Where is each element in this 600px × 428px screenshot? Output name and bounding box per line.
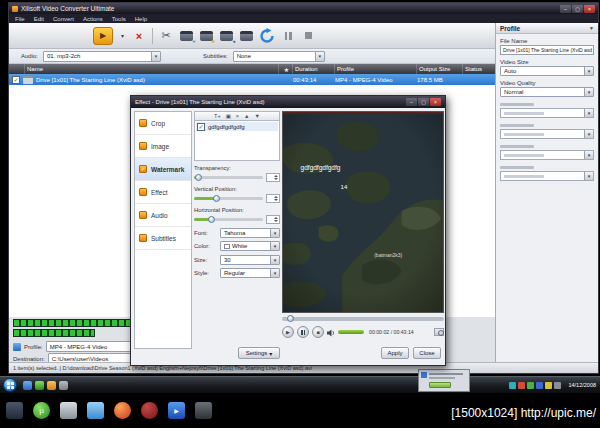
chevron-down-icon[interactable]: ▾	[270, 242, 279, 250]
convert-button-icon[interactable]: ▶	[93, 27, 113, 45]
desktop-shortcut-icon[interactable]	[60, 402, 77, 419]
collapse-arrow-icon[interactable]: ▼	[589, 25, 594, 31]
tab-crop[interactable]: Crop	[135, 112, 191, 135]
pause-icon[interactable]	[297, 326, 309, 338]
column-checkbox[interactable]	[9, 64, 25, 74]
profile-panel-header[interactable]: Profile ▼	[496, 23, 598, 34]
effect-dialog-titlebar[interactable]: Effect - Drive [1x01] The Starting Line …	[131, 96, 445, 108]
convert-dropdown-icon[interactable]: ▾	[119, 27, 126, 45]
chevron-down-icon[interactable]: ▾	[270, 269, 279, 277]
watermark-list-item[interactable]: ✓ gdfgdfgdfgdfg	[196, 122, 278, 131]
horizontal-position-spinner[interactable]	[266, 215, 280, 224]
menu-actions[interactable]: Actions	[83, 16, 103, 22]
play-icon[interactable]: ▶	[282, 326, 294, 338]
add-text-watermark-icon[interactable]: T+	[214, 113, 221, 119]
tab-audio[interactable]: Audio	[135, 204, 191, 227]
quick-launch-icon[interactable]	[35, 381, 44, 390]
speaker-icon[interactable]	[327, 323, 335, 341]
row-checkbox-icon[interactable]: ✓	[12, 76, 20, 84]
move-up-icon[interactable]: ▲	[244, 113, 249, 119]
apply-button[interactable]: Apply	[381, 347, 409, 359]
chevron-down-icon[interactable]: ▾	[584, 130, 593, 138]
setting-select[interactable]: ▾	[500, 129, 594, 139]
tray-icon[interactable]	[509, 382, 516, 389]
file-row-selected[interactable]: ✓ Drive [1x01] The Starting Line (XviD a…	[9, 74, 495, 85]
color-select[interactable]: White ▾	[220, 241, 280, 251]
tab-subtitles[interactable]: Subtitles	[135, 227, 191, 250]
taskbar-clock[interactable]: 14/12/2008	[568, 382, 596, 389]
dialog-close-button[interactable]: Close	[413, 347, 441, 359]
volume-slider[interactable]	[338, 330, 364, 334]
utorrent-icon[interactable]: µ	[33, 402, 50, 419]
quick-launch-icon[interactable]	[23, 381, 32, 390]
chevron-down-icon[interactable]: ▾	[584, 67, 593, 75]
desktop-shortcut-icon[interactable]	[195, 402, 212, 419]
main-titlebar[interactable]: Xilisoft Video Converter Ultimate – ▢ ×	[9, 3, 598, 14]
media-player-icon[interactable]: ▶	[168, 402, 185, 419]
effects-icon[interactable]: ★	[199, 27, 213, 45]
audio-select[interactable]: 01. mp3-2ch ▾	[43, 51, 161, 62]
style-select[interactable]: Regular ▾	[220, 268, 280, 278]
chevron-down-icon[interactable]: ▾	[584, 109, 593, 117]
refresh-icon[interactable]	[259, 27, 275, 45]
pause-icon[interactable]	[281, 27, 295, 45]
tab-image[interactable]: Image	[135, 135, 191, 158]
menu-help[interactable]: Help	[135, 16, 147, 22]
media-app-icon[interactable]	[141, 402, 158, 419]
column-profile[interactable]: Profile	[335, 64, 417, 74]
snapshot-icon[interactable]	[434, 328, 444, 336]
chevron-down-icon[interactable]: ▾	[151, 52, 160, 61]
add-image-watermark-icon[interactable]: ▣	[226, 113, 231, 119]
tray-icon[interactable]	[527, 382, 534, 389]
column-name[interactable]: Name	[25, 64, 279, 74]
chevron-down-icon[interactable]: ▾	[270, 229, 279, 237]
menu-tools[interactable]: Tools	[112, 16, 126, 22]
chevron-down-icon[interactable]: ▾	[584, 151, 593, 159]
merge-icon[interactable]	[239, 27, 253, 45]
menu-file[interactable]: File	[15, 16, 25, 22]
setting-select[interactable]: ▾	[500, 150, 594, 160]
desktop-shortcut-icon[interactable]	[87, 402, 104, 419]
video-quality-select[interactable]: Normal ▾	[500, 87, 594, 97]
chevron-down-icon[interactable]: ▾	[270, 256, 279, 264]
tab-watermark[interactable]: ✓ Watermark	[135, 158, 191, 181]
vertical-position-slider[interactable]	[194, 197, 263, 200]
maximize-icon[interactable]: ▢	[418, 98, 429, 106]
menu-convert[interactable]: Convert	[53, 16, 74, 22]
cut-icon[interactable]: ✂	[159, 27, 173, 45]
popup-action-button[interactable]	[429, 382, 451, 388]
column-duration[interactable]: Duration	[293, 64, 335, 74]
seek-slider[interactable]	[282, 317, 444, 321]
quick-launch-icon[interactable]	[47, 381, 56, 390]
maximize-icon[interactable]: ▢	[572, 5, 583, 13]
quick-launch-icon[interactable]	[59, 381, 68, 390]
tab-effect[interactable]: Effect	[135, 181, 191, 204]
setting-select[interactable]: ▾	[500, 108, 594, 118]
tray-icon[interactable]	[518, 382, 525, 389]
setting-select[interactable]: ▾	[500, 171, 594, 181]
column-output-size[interactable]: Output Size	[417, 64, 463, 74]
vertical-position-spinner[interactable]	[266, 194, 280, 203]
delete-icon[interactable]: ×	[132, 27, 146, 45]
move-down-icon[interactable]: ▼	[255, 113, 260, 119]
close-icon[interactable]: ×	[430, 98, 441, 106]
minimize-icon[interactable]: –	[406, 98, 417, 106]
browser-icon[interactable]	[114, 402, 131, 419]
tray-icon[interactable]	[554, 382, 561, 389]
menu-edit[interactable]: Edit	[34, 16, 44, 22]
star-icon[interactable]: ★	[279, 64, 293, 74]
start-button[interactable]	[3, 378, 17, 392]
font-select[interactable]: Tahoma ▾	[220, 228, 280, 238]
remove-watermark-icon[interactable]: ×	[236, 113, 239, 119]
subtitles-select[interactable]: None ▾	[233, 51, 325, 62]
size-select[interactable]: 30 ▾	[220, 255, 280, 265]
watermark-enable-checkbox-icon[interactable]: ✓	[139, 165, 147, 173]
watermark-list[interactable]: ✓ gdfgdfgdfgdfg	[194, 121, 280, 161]
notification-popup[interactable]	[418, 369, 470, 392]
horizontal-position-slider[interactable]	[194, 218, 263, 221]
stop-icon[interactable]: ■	[312, 326, 324, 338]
column-status[interactable]: Status	[463, 64, 495, 74]
effect-enable-checkbox-icon[interactable]	[139, 188, 147, 196]
watermark-checkbox-icon[interactable]: ✓	[197, 123, 205, 131]
chevron-down-icon[interactable]: ▾	[584, 88, 593, 96]
